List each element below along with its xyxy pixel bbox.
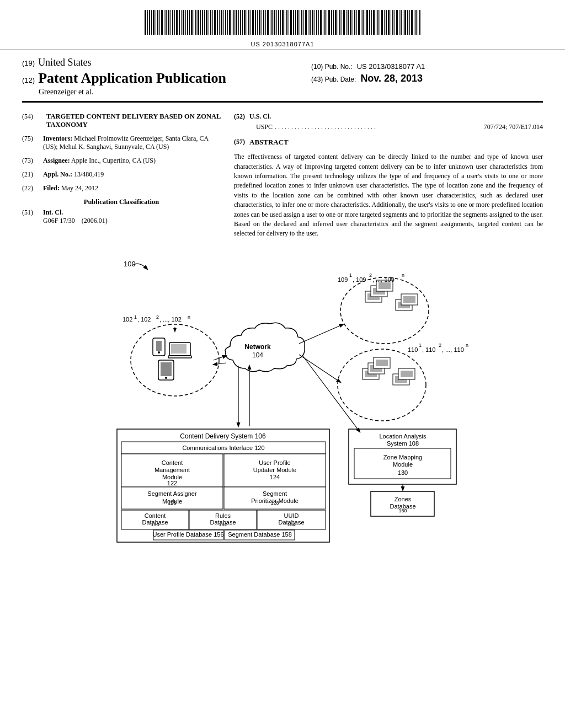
filed-field: (22) Filed: May 24, 2012	[22, 184, 221, 192]
svg-rect-124	[407, 10, 408, 35]
svg-rect-50	[250, 10, 251, 35]
network-to-devices	[214, 363, 226, 365]
svg-rect-15	[176, 10, 178, 35]
svg-rect-24	[195, 10, 196, 35]
inventors-field: (75) Inventors: Michael Froimowitz Green…	[22, 135, 221, 151]
svg-rect-75	[303, 10, 304, 35]
barcode-number: US 20130318077A1	[0, 41, 565, 47]
servers2-label: 110	[408, 346, 418, 353]
svg-rect-58	[267, 10, 269, 35]
int-cl-label: Int. Cl.	[43, 208, 108, 217]
svg-rect-44	[238, 10, 239, 35]
pub-class-title: Publication Classification	[22, 198, 221, 206]
cmm-label1: Content	[162, 459, 183, 466]
svg-rect-108	[373, 10, 375, 35]
svg-rect-8	[161, 10, 163, 35]
svg-rect-25	[198, 10, 199, 35]
zonesdb-num: 160	[398, 508, 407, 513]
updb-label: User Profile Database 156	[152, 531, 223, 538]
devices-label: 102	[122, 316, 132, 323]
spm-label1: Segment	[263, 490, 287, 497]
svg-rect-84	[323, 10, 323, 35]
svg-rect-123	[404, 10, 406, 35]
svg-rect-127	[414, 10, 414, 35]
svg-rect-87	[328, 10, 330, 35]
appl-num-field: (21) Appl. No.: 13/480,419	[22, 170, 221, 179]
svg-rect-106	[369, 10, 370, 35]
las-label2: System 108	[387, 440, 419, 447]
network-label: Network	[244, 343, 271, 351]
svg-rect-1	[147, 10, 148, 35]
uspc-num: (52)	[234, 113, 245, 121]
devices-to-network	[214, 356, 226, 360]
zmm-label2: Module	[393, 461, 413, 468]
devices-comma2: , ..., 102	[159, 316, 182, 323]
cdb-num: 150	[151, 522, 159, 527]
svg-rect-48	[247, 10, 247, 35]
svg-rect-121	[401, 10, 402, 35]
svg-rect-37	[223, 10, 224, 35]
svg-rect-72	[297, 10, 299, 35]
svg-rect-69	[290, 10, 292, 35]
svg-rect-61	[274, 10, 275, 35]
filed-value: May 24, 2012	[61, 184, 98, 192]
svg-rect-9	[164, 10, 164, 35]
svg-rect-119	[396, 10, 398, 35]
phone-button	[158, 351, 160, 354]
servers1-comma1: , 109	[353, 276, 366, 283]
network-to-las	[302, 355, 360, 432]
svg-rect-101	[358, 10, 360, 35]
svg-rect-53	[257, 10, 258, 35]
svg-rect-113	[384, 10, 385, 35]
servers2-sub1: 1	[419, 342, 422, 348]
svg-rect-83	[320, 10, 322, 35]
svg-rect-51	[252, 10, 254, 35]
appl-num-label: (21)	[22, 170, 43, 179]
svg-rect-62	[276, 10, 277, 35]
svg-rect-66	[285, 10, 285, 35]
svg-rect-112	[381, 10, 383, 35]
svg-rect-85	[324, 10, 326, 35]
svg-rect-45	[240, 10, 241, 35]
network-num: 104	[252, 351, 263, 359]
int-cl-code: G06F 17/30	[43, 217, 75, 224]
title-field: (54) TARGETED CONTENT DELIVERY BASED ON …	[22, 113, 221, 129]
cds-label: Content Delivery System 106	[180, 432, 266, 440]
svg-rect-35	[219, 10, 220, 35]
pub-number: US 2013/0318077 A1	[357, 62, 425, 71]
svg-rect-33	[214, 10, 216, 35]
svg-rect-116	[391, 10, 391, 35]
svg-rect-23	[194, 10, 194, 35]
filed-label: Filed:	[43, 184, 60, 192]
servers2-subn: n	[466, 342, 468, 348]
svg-rect-21	[189, 10, 190, 35]
svg-rect-32	[212, 10, 213, 35]
svg-rect-40	[229, 10, 231, 35]
tablet-button	[165, 377, 167, 379]
svg-rect-115	[388, 10, 390, 35]
svg-rect-98	[353, 10, 353, 35]
svg-rect-6	[157, 10, 158, 35]
system-100-label: 100	[124, 260, 136, 268]
svg-rect-20	[187, 10, 188, 35]
upum-label2: Updater Module	[253, 467, 296, 473]
svg-rect-129	[418, 10, 418, 35]
svg-rect-11	[168, 10, 169, 35]
zonesdb-label1: Zones	[395, 496, 412, 502]
assignee-num: (73)	[22, 157, 43, 165]
svg-rect-14	[174, 10, 175, 35]
title-num: (54)	[22, 113, 43, 129]
svg-rect-2	[149, 10, 150, 35]
svg-rect-77	[308, 10, 308, 35]
svg-rect-125	[409, 10, 410, 35]
pub-date: Nov. 28, 2013	[360, 73, 423, 84]
servers2-sub2: 2	[439, 342, 441, 348]
uspc-section: (52) U.S. Cl. USPC .....................…	[234, 113, 543, 131]
svg-rect-73	[300, 10, 300, 35]
devices-subn: n	[188, 314, 190, 320]
servers1-sub2: 2	[369, 272, 372, 278]
svg-rect-38	[225, 10, 226, 35]
ci-label: Communications Interface 120	[182, 445, 264, 451]
svg-rect-93	[342, 10, 342, 35]
server3c-fill	[376, 360, 388, 366]
